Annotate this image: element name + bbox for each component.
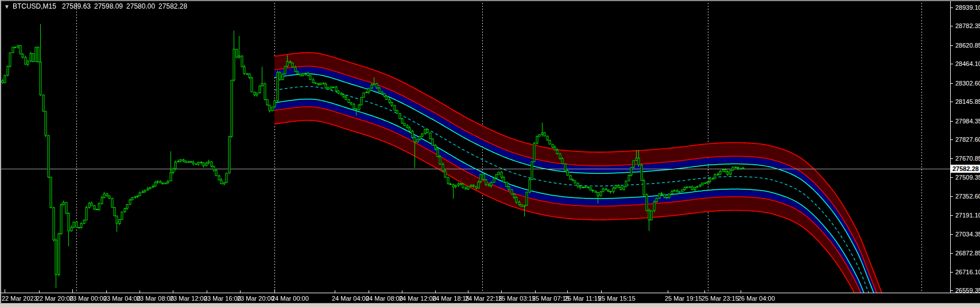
price-axis-tick (951, 102, 953, 102)
price-tick-label: 27191.10 (955, 212, 980, 219)
time-tick-label: 23 Mar 20:00 (237, 295, 274, 302)
price-axis-tick (951, 26, 953, 26)
time-tick-label: 24 Mar 08:00 (366, 295, 403, 302)
time-axis-tick (601, 290, 602, 293)
time-tick-label: 25 Mar 03:15 (498, 295, 536, 302)
price-axis-tick (951, 121, 953, 122)
time-tick-label: 25 Mar 23:15 (702, 295, 739, 302)
time-tick-label: 25 Mar 19:15 (665, 295, 702, 302)
time-axis-tick (567, 290, 568, 293)
price-tick-label: 27827.60 (955, 136, 980, 143)
price-tick-label: 28782.35 (955, 22, 980, 29)
price-axis-tick (951, 7, 953, 8)
time-tick-label: 25 Mar 15:15 (598, 295, 636, 302)
time-axis-tick (5, 289, 5, 293)
time-tick-label: 23 Mar 04:00 (103, 295, 141, 302)
price-axis-tick (951, 215, 953, 216)
time-tick-label: 23 Mar 16:00 (204, 295, 241, 302)
price-tick-label: 27670.85 (955, 155, 980, 162)
chart-window: ▼BTCUSD,M1527589.6327598.0927580.0027582… (0, 0, 980, 307)
time-axis-tick (668, 290, 668, 293)
window-left-border (0, 0, 1, 304)
price-tick-label: 27034.35 (955, 231, 980, 238)
price-axis-tick (951, 177, 953, 178)
time-tick-label: 24 Mar 18:15 (432, 295, 470, 302)
time-tick-label: 24 Mar 00:00 (272, 295, 309, 302)
price-tick-label: 28464.10 (955, 60, 980, 67)
price-axis-tick (951, 272, 953, 273)
time-axis-tick (207, 290, 207, 293)
price-axis-tick (951, 158, 953, 159)
time-tick-label: 24 Mar 22:15 (465, 295, 502, 302)
quote-line: ▼BTCUSD,M1527589.6327598.0927580.0027582… (4, 2, 191, 10)
time-tick-label: 23 Mar 00:00 (69, 295, 107, 302)
time-tick-label: 25 Mar 11:15 (564, 295, 601, 302)
price-tick-label: 28939.10 (955, 4, 980, 11)
price-tick-label: 27984.35 (955, 118, 980, 125)
symbol-dropdown-icon[interactable]: ▼ (4, 3, 10, 10)
time-tick-label: 23 Mar 08:00 (137, 295, 174, 302)
price-tick-label: 28145.85 (955, 98, 980, 105)
price-axis[interactable]: 28939.1028782.3528620.8528464.1028302.60… (950, 0, 980, 293)
time-axis-tick (140, 290, 140, 293)
time-axis-tick (369, 290, 369, 293)
price-axis-tick (951, 253, 953, 254)
quote-open: 27589.63 (62, 2, 91, 10)
time-axis-tick (335, 290, 335, 293)
time-axis-tick (468, 290, 468, 293)
time-axis-tick (106, 290, 107, 293)
time-axis-tick (741, 290, 741, 293)
time-axis-tick (240, 290, 241, 293)
time-tick-label: 22 Mar 20:00 (36, 295, 73, 302)
time-axis-tick (501, 290, 502, 293)
price-axis-tick (951, 83, 953, 84)
time-axis-tick (72, 289, 73, 293)
time-tick-label: 22 Mar 2023 (2, 295, 37, 302)
price-axis-tick (951, 234, 953, 235)
quote-high: 27598.09 (94, 2, 123, 10)
price-tick-label: 27352.60 (955, 193, 980, 200)
time-tick-label: 24 Mar 12:00 (399, 295, 436, 302)
quote-close: 27582.28 (158, 2, 187, 10)
price-axis-tick (951, 290, 953, 291)
price-axis-tick (951, 196, 953, 197)
price-axis-tick (951, 64, 953, 64)
price-axis-tick (951, 45, 953, 46)
price-tick-label: 28302.60 (955, 80, 980, 87)
price-tick-label: 26716.10 (955, 269, 980, 275)
price-tick-label: 27509.35 (955, 174, 980, 181)
price-tick-label: 26872.85 (955, 250, 980, 257)
time-axis[interactable]: 22 Mar 202322 Mar 20:0023 Mar 00:0023 Ma… (0, 293, 980, 304)
window-bottom-chrome (0, 304, 980, 307)
time-tick-label: 26 Mar 04:00 (738, 295, 775, 302)
quote-low: 27580.00 (126, 2, 155, 10)
time-axis-tick (39, 290, 40, 293)
price-tick-label: 28620.85 (955, 42, 980, 49)
time-tick-label: 23 Mar 12:00 (170, 295, 207, 302)
time-tick-label: 24 Mar 04:00 (332, 295, 369, 302)
time-axis-tick (704, 290, 705, 293)
time-axis-tick (274, 289, 275, 293)
time-axis-tick (435, 290, 436, 293)
chart-canvas[interactable] (0, 0, 950, 293)
time-axis-tick (402, 290, 402, 293)
current-price-box: 27582.28 (951, 165, 980, 173)
symbol-period-label: BTCUSD,M15 (13, 2, 56, 10)
time-axis-tick (173, 290, 173, 293)
window-top-border (0, 0, 980, 1)
price-axis-tick (951, 139, 953, 140)
time-axis-tick (535, 290, 536, 293)
